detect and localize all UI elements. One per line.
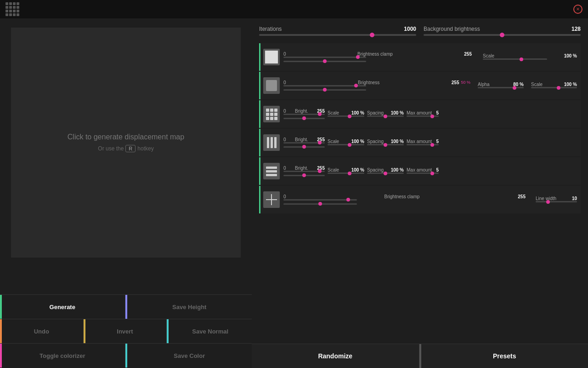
iterations-slider[interactable] bbox=[259, 34, 416, 36]
btn-row-2: Undo Invert Save Normal bbox=[0, 319, 252, 343]
iterations-group: Iterations 1000 bbox=[259, 26, 416, 36]
layer-row-5: 0Brightness clamp255 Line width10 bbox=[259, 186, 581, 213]
invert-accent bbox=[84, 319, 85, 343]
hint-suffix: hotkey bbox=[137, 145, 153, 152]
bg-brightness-label: Background brightness bbox=[424, 26, 480, 32]
layer1-scale-slider[interactable] bbox=[531, 87, 577, 88]
presets-button[interactable]: Presets bbox=[421, 344, 588, 368]
save-height-button[interactable]: Save Height bbox=[125, 295, 252, 319]
top-bar: × bbox=[0, 0, 588, 18]
layer-row-1: 0 Brightness 255 50 % bbox=[259, 72, 581, 99]
bottom-right-buttons: Randomize Presets bbox=[252, 344, 588, 368]
layer-row-4: 0Bright.255 Scale100 % Spacing100 % Max … bbox=[259, 157, 581, 185]
layers-section: 0 Brightness clamp 255 Scale bbox=[259, 43, 581, 214]
right-panel: Iterations 1000 Background brightness 12… bbox=[252, 18, 588, 368]
layer-row-3: 0Bright.255 Scale100 % Spacing100 % Max … bbox=[259, 129, 581, 156]
layer-icon-1 bbox=[263, 77, 280, 94]
layer-row-2: 0Bright.255 Scale100 % Spacing100 % Max … bbox=[259, 100, 581, 128]
layer-icon-4 bbox=[263, 163, 280, 179]
canvas-prompt-text: Click to generate displacement map bbox=[68, 133, 184, 141]
btn-row-3: Toggle colorizer Save Color bbox=[0, 343, 252, 368]
layer-icon-0 bbox=[263, 49, 280, 65]
bottom-buttons-left: Generate Save Height Undo Invert Save No… bbox=[0, 294, 252, 368]
colorizer-accent bbox=[0, 344, 2, 368]
iterations-label: Iterations bbox=[259, 26, 282, 32]
iterations-value: 1000 bbox=[404, 26, 416, 32]
randomize-button[interactable]: Randomize bbox=[252, 344, 419, 368]
generate-accent bbox=[0, 295, 2, 319]
left-panel: Click to generate displacement map Or us… bbox=[0, 18, 252, 368]
hotkey-badge: R bbox=[125, 145, 136, 152]
bg-brightness-value: 128 bbox=[571, 26, 581, 32]
undo-accent bbox=[0, 319, 2, 343]
bg-brightness-group: Background brightness 128 bbox=[424, 26, 581, 36]
layer-icon-2 bbox=[263, 106, 280, 122]
save-normal-button[interactable]: Save Normal bbox=[167, 319, 252, 343]
generate-button[interactable]: Generate bbox=[0, 295, 125, 319]
layer0-bright-slider[interactable] bbox=[283, 57, 366, 58]
app-grid-icon bbox=[6, 2, 19, 16]
invert-button[interactable]: Invert bbox=[84, 319, 167, 343]
layer1-bright-slider[interactable] bbox=[283, 85, 366, 86]
bg-brightness-slider[interactable] bbox=[424, 34, 581, 36]
layer-row-0: 0 Brightness clamp 255 Scale bbox=[259, 43, 581, 71]
hint-prefix: Or use the bbox=[98, 145, 124, 152]
canvas-area[interactable]: Click to generate displacement map Or us… bbox=[11, 28, 241, 258]
hotkey-hint: Or use the R hotkey bbox=[98, 145, 153, 152]
layer-icon-3 bbox=[263, 134, 280, 151]
save-color-button[interactable]: Save Color bbox=[125, 344, 252, 368]
close-button[interactable]: × bbox=[573, 5, 582, 14]
btn-row-1: Generate Save Height bbox=[0, 294, 252, 319]
top-sliders: Iterations 1000 Background brightness 12… bbox=[259, 26, 581, 36]
toggle-colorizer-button[interactable]: Toggle colorizer bbox=[0, 344, 125, 368]
layer-icon-5 bbox=[263, 191, 280, 208]
layer1-alpha-slider[interactable] bbox=[478, 87, 524, 88]
undo-button[interactable]: Undo bbox=[0, 319, 84, 343]
layer0-scale-slider[interactable] bbox=[483, 58, 547, 60]
